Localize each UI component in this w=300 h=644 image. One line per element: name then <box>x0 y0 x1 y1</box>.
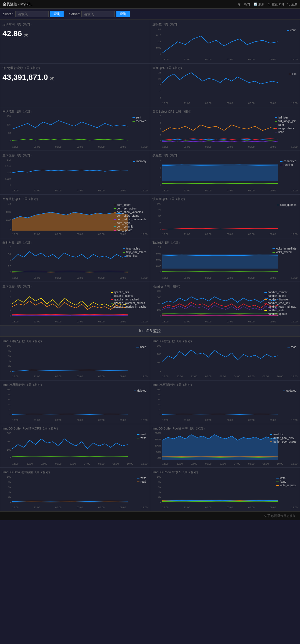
top-bar: 全栈监控 - MySQL 库 相对 🔄 刷新 ⏱ 重置时间 ⛶ 全屏 <box>0 0 300 9</box>
bph-xaxis: 18:0020:0022:0000:0002:0004:0006:0008:00… <box>162 462 298 465</box>
query-count-value: 43,391,871.0 次 <box>2 73 148 82</box>
fullscreen-btn[interactable]: ⛶ 全屏 <box>287 2 297 6</box>
network-title: 网络流量 1周（相对） <box>2 110 148 114</box>
threads-title: 线程数 1周（相对） <box>152 153 298 157</box>
ins-xaxis: 18:0021:0000:0003:0006:0009:0012:00 <box>12 375 148 378</box>
innodb-read-title: InnoDB读取行数 1周（相对） <box>152 339 298 343</box>
relative-btn[interactable]: 相对 <box>244 2 250 6</box>
svg-marker-1 <box>12 212 128 231</box>
net-y-axis: 15K10K5K0 <box>2 115 12 143</box>
cmd-legend: com_insert com_set_option com_show_varia… <box>114 203 146 232</box>
sel-legend: full_join full_range_join rang range_che… <box>275 116 296 134</box>
table-locks-panel: Table锁 1周（相对） 0.10.070.050.030 locks_imm… <box>150 238 300 282</box>
conn-y-axis: 0.20.150.10.050 <box>152 28 162 55</box>
innodb-insert-title: InnoDB插入行数 1周（相对） <box>2 339 148 343</box>
iupd-y-axis: 100806040200 <box>152 388 162 416</box>
iupd-chart-inner <box>162 388 278 416</box>
bpr-chart-inner <box>12 432 128 460</box>
cluster-filter: cluster: 查询 <box>3 11 64 17</box>
startup-time-panel: 启动时间 1周（相对） 42.86 天 <box>0 20 150 63</box>
server-query-btn[interactable]: 查询 <box>116 11 130 17</box>
handler-panel: Handler 1周（相对） 4003002001000 handler_c <box>150 282 300 325</box>
qc-chart-inner <box>12 159 128 187</box>
select-qps-chart: 86420 full_join full_range_join rang ran… <box>152 115 298 148</box>
innodb-update-chart: 100806040200 updated 18:0021:0000:0003:0… <box>152 388 298 421</box>
tmp-y-axis: 107.552.50 <box>2 246 12 274</box>
iread-y-axis: 3002001000 <box>152 344 162 372</box>
qcache-chart: 2Mi1.5Mi1Mi500K0 memory 18:0021:0000:000… <box>2 159 148 192</box>
cluster-input[interactable] <box>15 11 49 17</box>
cmd-y-axis: 0.10.070.030 <box>2 202 12 230</box>
innodb-delete-panel: InnoDB删除行数 1周（相对） 100806040200 deleted 1… <box>0 380 150 424</box>
server-input[interactable] <box>81 11 115 17</box>
cmd-xaxis: 18:0021:0000:0003:0006:0009:0012:00 <box>12 233 148 236</box>
slq-chart-inner <box>162 202 278 231</box>
innodb-redo-title: InnoDB Redo 写QPS 1周（相对） <box>152 470 298 474</box>
hdl-y-axis: 4003002001000 <box>152 290 162 317</box>
innodb-insert-chart: 100806040200 insert 18:0021:0000:0003:00… <box>2 344 148 378</box>
qc-legend: memory <box>133 160 146 163</box>
refresh-btn[interactable]: 🔄 刷新 <box>254 2 264 6</box>
cmd-chart-inner <box>12 202 128 231</box>
ins-legend: insert <box>136 346 146 349</box>
lck-y-axis: 0.10.070.050.030 <box>152 246 162 274</box>
query-count-panel: Query执行次数 1周（相对） 43,391,871.0 次 <box>0 63 150 107</box>
lck-legend: locks_immediate locks_waited <box>272 247 296 254</box>
conn-chart-inner <box>162 28 278 56</box>
lck-chart-inner <box>162 246 278 274</box>
cmd-qps-panel: 命令执行QPS 1周（相对） 0.10.070.030 com_insert c… <box>0 194 150 238</box>
innodb-data-io-panel: InnoDB Data 读写容量 1周（相对） 100806040200 wri… <box>0 468 150 511</box>
connections-panel: 连接数 1周（相对） 0.20.150.10.050 conn 18:0021:… <box>150 20 300 63</box>
redo-chart-inner <box>162 475 278 504</box>
redo-legend: write fsync write_request <box>276 477 296 487</box>
innodb-read-panel: InnoDB读取行数 1周（相对） 3002001000 read 18:002… <box>150 337 300 380</box>
locks-chart: 0.10.070.050.030 locks_immediate locks_w… <box>152 246 298 279</box>
thr-legend: connected running <box>280 160 296 166</box>
idel-chart-inner <box>12 388 128 416</box>
tmp-xaxis: 18:0021:0000:0003:0006:0009:0012:00 <box>12 277 148 279</box>
slow-query-panel: 慢查询QPS 1周（相对） 1007550250 slow_queries 18… <box>150 194 300 238</box>
net-chart-inner <box>12 115 128 143</box>
qps-legend: qps <box>289 72 296 75</box>
bph-legend: read_bit buffer_pool_dirty buffer_pool_u… <box>270 433 296 443</box>
reset-time-btn[interactable]: ⏱ 重置时间 <box>268 2 284 6</box>
redo-chart: 100806040200 write fsync write_request 1… <box>152 475 298 509</box>
sel-chart-inner <box>162 115 278 143</box>
filter-bar: cluster: 查询 Server: 查询 <box>0 9 300 20</box>
iupd-xaxis: 18:0021:0000:0003:0006:0009:0012:00 <box>162 419 298 421</box>
bp-hit-chart: 200%150%100%50%0% read_bit buffer_pool_d… <box>152 432 298 465</box>
select-qps-panel: 各类Select QPS 1周（相对） 86420 full_join full… <box>150 107 300 151</box>
select-qps-title: 各类Select QPS 1周（相对） <box>152 110 298 114</box>
dio-xaxis: 18:0021:0000:0003:0006:0009:0012:00 <box>12 506 148 509</box>
tmp-legend: tmp_tables tmp_disk_tables tmp_files <box>123 247 146 257</box>
dio-y-axis: 100806040200 <box>2 475 12 503</box>
server-label: Server: <box>69 12 80 16</box>
qcache-title: 查询缓存 1周（相对） <box>2 153 148 157</box>
svg-rect-2 <box>162 255 278 269</box>
bpr-y-axis: 3002001000 <box>2 432 12 460</box>
bp-req-chart: 3002001000 read write 18:0020:0022:0000:… <box>2 432 148 465</box>
hdl-chart-inner <box>162 290 278 318</box>
threads-chart: 6420 connected running 18:0021:0000:0003… <box>152 159 298 192</box>
library-btn[interactable]: 库 <box>238 2 241 6</box>
idel-y-axis: 100806040200 <box>2 388 12 416</box>
handler-chart: 4003002001000 handler_commit handler_del… <box>152 290 298 323</box>
innodb-redo-panel: InnoDB Redo 写QPS 1周（相对） 100806040200 wri… <box>150 468 300 511</box>
hdl-legend: handler_commit handler_delete handler_di… <box>264 291 296 315</box>
idel-legend: deleted <box>134 389 146 392</box>
startup-value: 42.86 天 <box>2 29 148 38</box>
qc2-legend: qcache_hits qcache_inserts qcache_not_ca… <box>111 291 146 308</box>
cluster-query-btn[interactable]: 查询 <box>50 11 64 17</box>
network-panel: 网络流量 1周（相对） 15K10K5K0 sent received 18:0… <box>0 107 150 151</box>
qps-y-axis: 252015105 <box>152 71 162 99</box>
iupd-legend: updated <box>283 389 296 392</box>
innodb-bp-req-panel: InnoDB Buffer Pool请求QPS 1周（相对） 300200100… <box>0 424 150 468</box>
tmp-chart: 107.552.50 tmp_tables tmp_disk_tables tm… <box>2 246 148 279</box>
innodb-delete-chart: 100806040200 deleted 18:0021:0000:0003:0… <box>2 388 148 421</box>
server-filter: Server: 查询 <box>69 11 130 17</box>
connections-title: 连接数 1周（相对） <box>152 22 298 26</box>
ins-chart-inner <box>12 344 128 373</box>
innodb-update-panel: InnoDB更新行数 1周（相对） 100806040200 updated 1… <box>150 380 300 424</box>
query-qps-panel: 查询QPS 1周（相对） 252015105 qps 18:0021:0000:… <box>150 63 300 107</box>
tmp-chart-inner <box>12 246 128 274</box>
